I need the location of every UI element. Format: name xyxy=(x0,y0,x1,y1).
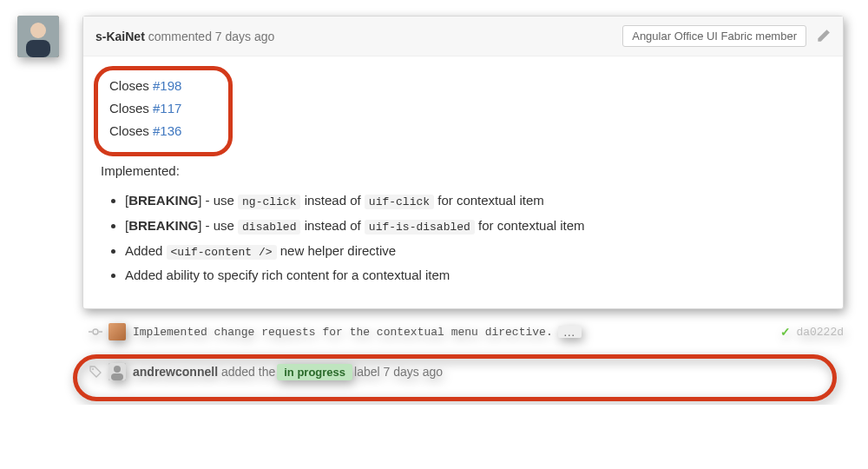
author-avatar[interactable] xyxy=(17,16,59,57)
comment-header: s-KaiNet commented 7 days ago Angular Of… xyxy=(83,17,843,56)
label-timestamp: 7 days ago xyxy=(384,365,444,379)
issue-link[interactable]: #198 xyxy=(153,78,181,93)
commit-event-row: Implemented change requests for the cont… xyxy=(82,309,844,349)
change-item: Added <uif-content /> new helper directi… xyxy=(125,241,825,262)
label-event-row: andrewconnell added the in progress labe… xyxy=(82,349,844,389)
comment-author[interactable]: s-KaiNet xyxy=(95,30,145,43)
tag-icon xyxy=(82,365,108,379)
commit-sha[interactable]: da0222d xyxy=(796,326,844,339)
svg-point-8 xyxy=(114,366,121,373)
expand-commit-icon[interactable]: … xyxy=(558,326,582,338)
status-check-icon[interactable]: ✓ xyxy=(780,325,791,339)
comment-box: s-KaiNet commented 7 days ago Angular Of… xyxy=(82,16,844,309)
commit-message[interactable]: Implemented change requests for the cont… xyxy=(133,326,553,339)
implemented-heading: Implemented: xyxy=(101,161,825,182)
label-actor[interactable]: andrewconnell xyxy=(133,365,218,379)
member-badge: Angular Office UI Fabric member xyxy=(622,25,806,47)
change-item: [BREAKING] - use disabled instead of uif… xyxy=(125,215,825,237)
closes-block: Closes #198 Closes #117 Closes #136 xyxy=(101,69,190,149)
comment-body: Closes #198 Closes #117 Closes #136 Impl… xyxy=(83,56,843,308)
svg-rect-2 xyxy=(26,40,50,57)
label-actor-avatar[interactable] xyxy=(108,363,126,380)
svg-point-3 xyxy=(93,329,98,334)
commit-author-avatar[interactable] xyxy=(108,323,126,340)
commit-icon xyxy=(82,325,108,339)
comment-meta: commented 7 days ago xyxy=(148,30,275,43)
edit-icon[interactable] xyxy=(815,29,831,44)
label-pill[interactable]: in progress xyxy=(277,364,352,380)
svg-point-1 xyxy=(30,23,46,38)
svg-rect-9 xyxy=(111,373,123,380)
change-item: Added ability to specify rich content fo… xyxy=(125,265,825,286)
change-item: [BREAKING] - use ng-click instead of uif… xyxy=(125,190,825,212)
changes-list: [BREAKING] - use ng-click instead of uif… xyxy=(125,190,825,286)
issue-link[interactable]: #136 xyxy=(153,123,181,138)
issue-link[interactable]: #117 xyxy=(153,101,181,116)
svg-point-6 xyxy=(92,368,94,370)
